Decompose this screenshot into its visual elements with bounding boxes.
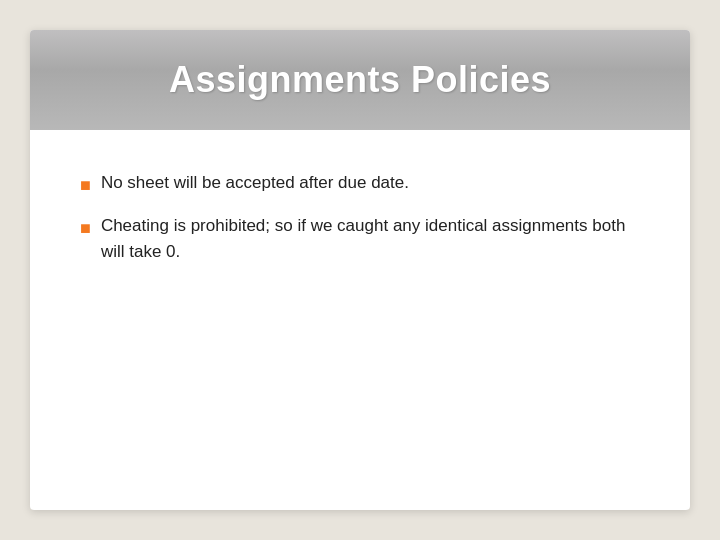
slide-body: ■ No sheet will be accepted after due da… <box>30 130 690 510</box>
bullet-item-2: ■ Cheating is prohibited; so if we caugh… <box>80 213 640 264</box>
bullet-text-1: No sheet will be accepted after due date… <box>101 170 640 196</box>
slide-header: Assignments Policies <box>30 30 690 130</box>
bullet-item-1: ■ No sheet will be accepted after due da… <box>80 170 640 199</box>
slide-title: Assignments Policies <box>169 59 551 101</box>
bullet-icon-1: ■ <box>80 172 91 199</box>
bullet-icon-2: ■ <box>80 215 91 242</box>
bullet-text-2: Cheating is prohibited; so if we caught … <box>101 213 640 264</box>
slide-container: Assignments Policies ■ No sheet will be … <box>30 30 690 510</box>
